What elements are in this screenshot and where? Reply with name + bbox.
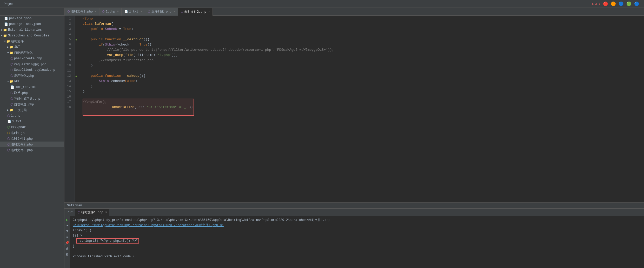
- run-tab-close[interactable]: ×: [105, 211, 107, 214]
- sidebar-item-package-lock[interactable]: 📄 package-lock.json: [0, 21, 64, 27]
- run-down-button[interactable]: ▼: [65, 229, 70, 234]
- browser-icon-2[interactable]: 🟠: [611, 1, 616, 7]
- sidebar-item-1txt[interactable]: 📄 1.txt: [0, 119, 64, 124]
- sidebar-item-phar-create[interactable]: ⬡ phar-create.php: [0, 56, 64, 61]
- browser-icon-3[interactable]: 🔵: [619, 1, 624, 7]
- code-line-14: }: [80, 84, 644, 89]
- line-num-15: 15: [64, 89, 72, 94]
- run-list-button[interactable]: ≡: [65, 235, 70, 239]
- sidebar-item-ququ[interactable]: ⬡ 取反.php: [0, 90, 64, 96]
- code-line-12: public function __wakeup(){: [80, 73, 644, 79]
- gutter-17: [75, 99, 80, 105]
- tab-close-linshi1[interactable]: ×: [95, 10, 96, 13]
- sidebar-item-soapclient[interactable]: ⬡ SoapClient-payload.php: [0, 67, 64, 73]
- tab-linshi1[interactable]: ⬡ 临时文件1.php ×: [64, 8, 99, 16]
- output-line-5: string(18) "<?php phpinfo();?>": [73, 238, 641, 244]
- code-line-13: $this->check=False;: [80, 79, 644, 84]
- sidebar-label: 1.txt: [12, 120, 22, 123]
- code-token: [83, 27, 91, 32]
- code-token: Saferman: [95, 21, 111, 27]
- sidebar-item-requestbin[interactable]: ⬡ requestbin测试.php: [0, 61, 64, 67]
- code-editor[interactable]: 1 2 3 4 5 6 7 8 9 10 11 12 13 14 15 16 1: [64, 16, 644, 202]
- run-pin-button[interactable]: 📌: [65, 240, 70, 245]
- gutter-16: [75, 94, 80, 99]
- code-token: public: [91, 37, 105, 42]
- code-token: ( filename:: [133, 53, 158, 58]
- folder-icon-jwt: 📁: [9, 45, 13, 49]
- sidebar-label: RCE: [14, 80, 20, 83]
- sidebar-item-external-libraries[interactable]: ▶ 📁 External Libraries: [0, 27, 64, 33]
- output-line-7: [73, 249, 641, 254]
- sidebar-item-linshi1js[interactable]: ⬡ 临时1.js: [0, 130, 64, 136]
- sidebar-item-jwt[interactable]: ▶ 📁 JWT: [0, 44, 64, 50]
- sidebar-label: 异或生成字典.php: [14, 97, 40, 101]
- line-num-6: 6: [64, 42, 72, 47]
- tab-label-5: 临时文件2.php: [184, 10, 206, 14]
- sidebar-item-scratches[interactable]: ▼ 📁 Scratches and Consoles: [0, 33, 64, 39]
- editor-tab-bar: ⬡ 临时文件1.php × ⬡ 1.php × 📄 1.txt × ⬡ 反序列化…: [0, 8, 644, 16]
- gutter-14: [75, 84, 80, 89]
- output-link[interactable]: C:\Users\86159\AppData\Roaming\JetBrains…: [73, 224, 224, 227]
- sidebar-label: 反序列化.php: [14, 74, 34, 78]
- sidebar-item-php-fanxuliehua[interactable]: ▼ 📁 PHP反序列化: [0, 50, 64, 56]
- tab-fanxuliehua[interactable]: ⬡ 反序列化.php ×: [145, 8, 178, 16]
- run-print-button[interactable]: 🖨: [65, 246, 70, 251]
- phar-icon: ⬡: [7, 125, 10, 129]
- tab-1php[interactable]: ⬡ 1.php ×: [99, 8, 122, 16]
- code-token: [83, 53, 107, 58]
- tab-close-1txt[interactable]: ×: [141, 10, 142, 13]
- json-icon-2: 📄: [4, 22, 8, 26]
- browser-icon-5[interactable]: 🔵: [634, 1, 639, 7]
- sidebar-item-xor-rce[interactable]: 📄 xor_rce.txt: [0, 84, 64, 90]
- tab-close-fanxuliehua[interactable]: ×: [174, 10, 175, 13]
- browser-icon-1[interactable]: 🔴: [603, 1, 608, 7]
- folder-icon-3: 📁: [6, 40, 10, 43]
- sidebar-item-linshi-wenjian1[interactable]: ⬡ 临时文件1.php: [0, 136, 64, 142]
- sidebar-item-yichang[interactable]: ⬡ 异或生成字典.php: [0, 96, 64, 101]
- folder-icon: 📁: [3, 28, 7, 32]
- tab-close-linshi2[interactable]: ×: [208, 10, 210, 13]
- tab-linshi2[interactable]: ⬡ 临时文件2.php ×: [178, 8, 213, 16]
- run-tab-linshi1[interactable]: ⬡ 临时文件1.php ×: [75, 209, 109, 216]
- php-icon-5: ⬡: [10, 91, 13, 95]
- code-line-9: }//compress.zlib://flag.php: [80, 58, 644, 63]
- line-numbers: 1 2 3 4 5 6 7 8 9 10 11 12 13 14 15 16 1: [64, 16, 75, 202]
- txt-icon-2: 📄: [7, 120, 11, 124]
- code-token: var_dump: [107, 53, 123, 58]
- tab-1txt[interactable]: 📄 1.txt ×: [122, 8, 145, 16]
- code-token: ;: [135, 79, 137, 84]
- gutter-3: [75, 27, 80, 32]
- gutter-18: [75, 105, 80, 110]
- sidebar-item-xxx-phar[interactable]: ⬡ xxx.phar: [0, 124, 64, 130]
- run-up-button[interactable]: ▲: [65, 223, 70, 228]
- sidebar-item-zigou[interactable]: ⬡ 自增构造.php: [0, 101, 64, 107]
- code-line-3: public $check = True;: [80, 27, 644, 32]
- code-token: unserialize: [112, 105, 134, 109]
- arrow-icon-rce: ▼: [7, 80, 9, 83]
- sidebar-item-linshi-wenjian2[interactable]: ⬡ 临时文件2.php: [0, 142, 64, 147]
- code-token: }: [83, 58, 101, 63]
- sidebar-item-linshi-wenjian3[interactable]: ⬡ 临时文件3.php: [0, 147, 64, 153]
- run-trash-button[interactable]: 🗑: [65, 252, 70, 257]
- sidebar-label: 临时文件2.php: [11, 142, 33, 147]
- output-line-2[interactable]: C:\Users\86159\AppData\Roaming\JetBrains…: [73, 223, 641, 228]
- sidebar-label: 自增构造.php: [14, 102, 34, 107]
- sidebar-item-package-json[interactable]: 📄 package.json: [0, 16, 64, 21]
- line-num-17: 17: [64, 99, 72, 105]
- run-play-button[interactable]: ▶: [65, 218, 70, 222]
- sidebar-item-linshi[interactable]: ▼ 📁 临时文件: [0, 39, 64, 44]
- code-line-1: <?php: [80, 16, 644, 21]
- run-content: ▶ ▲ ▼ ≡ 📌 🖨 🗑 C:\phpstudy\phpstudy_pro\E…: [64, 216, 644, 268]
- sidebar-item-1php[interactable]: ⬡ 1.php: [0, 113, 64, 119]
- gutter-7: [75, 47, 80, 53]
- sidebar-item-erci[interactable]: ▶ 📁 二次进染: [0, 107, 64, 113]
- browser-icon-4[interactable]: 🟢: [626, 1, 632, 7]
- gutter-4: [75, 32, 80, 37]
- sidebar-item-rce[interactable]: ▼ 📁 RCE: [0, 79, 64, 84]
- code-token: __destruct: [123, 37, 143, 42]
- tab-close-1php[interactable]: ×: [117, 10, 119, 13]
- editor-area: 1 2 3 4 5 6 7 8 9 10 11 12 13 14 15 16 1: [64, 16, 644, 268]
- line-num-5: 5: [64, 37, 72, 42]
- code-line-5: public function __destruct(){: [80, 37, 644, 42]
- sidebar-item-fanxuliehua-file[interactable]: ⬡ 反序列化.php: [0, 73, 64, 79]
